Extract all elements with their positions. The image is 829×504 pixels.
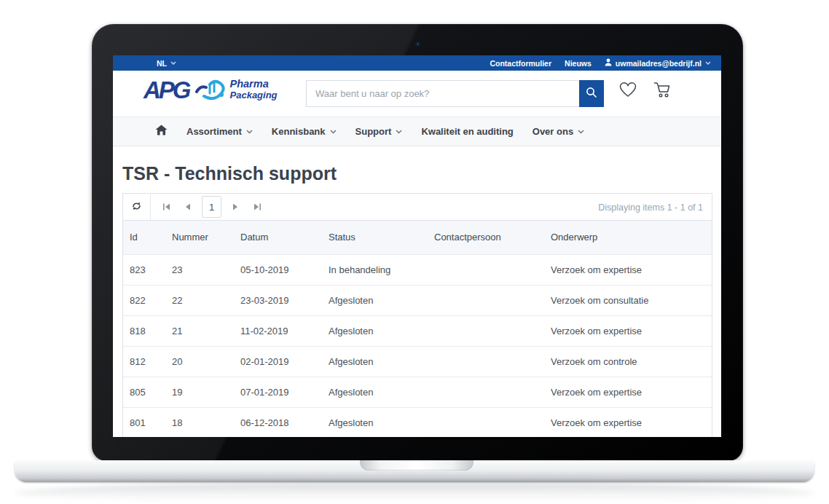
table-row[interactable]: 8222223-03-2019AfgeslotenVerzoek om cons… — [123, 285, 712, 315]
chevron-down-icon — [705, 61, 711, 65]
table-cell: 801 — [123, 407, 165, 437]
heart-icon — [619, 82, 637, 100]
nav-home[interactable] — [155, 125, 168, 138]
table-cell: Verzoek om expertise — [544, 254, 712, 285]
webcam-lens — [417, 43, 419, 45]
table-body: 8232305-10-2019In behandelingVerzoek om … — [123, 254, 712, 437]
topbar-link-contactformulier[interactable]: Contactformulier — [490, 59, 551, 68]
chevron-down-icon — [330, 130, 337, 134]
nav-item-assortiment[interactable]: Assortiment — [186, 126, 253, 137]
table-cell — [428, 377, 544, 407]
nav-item-label: Support — [355, 126, 392, 137]
table-cell: Verzoek om expertise — [544, 407, 712, 437]
laptop-reflection — [15, 483, 814, 503]
nav-item-label: Kwaliteit en auditing — [421, 126, 513, 137]
table-cell: 812 — [123, 346, 165, 377]
logo-brand-text: APG — [144, 78, 189, 102]
table-cell: Afgesloten — [322, 407, 428, 437]
language-selector[interactable]: NL — [157, 59, 176, 68]
table-cell: Verzoek om expertise — [544, 315, 712, 346]
pager-last-button[interactable] — [248, 197, 267, 217]
chevron-down-icon — [578, 130, 584, 134]
table-cell: 22 — [165, 285, 234, 315]
main-nav: Assortiment Kennisbank Support Kwaliteit… — [113, 117, 721, 146]
dna-swoosh-icon — [195, 77, 226, 103]
nav-item-label: Kennisbank — [272, 126, 326, 137]
column-header-contactpersoon[interactable]: Contactpersoon — [428, 221, 544, 254]
table-cell: 20 — [165, 346, 234, 377]
pager-first-button[interactable] — [157, 197, 176, 217]
search-input[interactable] — [306, 80, 579, 107]
table-cell: Verzoek om consultatie — [544, 285, 712, 315]
table-cell: 23-03-2019 — [234, 285, 322, 315]
grid-toolbar: 1 Displaying items 1 - 1 of 1 — [123, 194, 712, 221]
topbar-link-label: Nieuws — [565, 59, 592, 68]
column-header-nummer[interactable]: Nummer — [165, 221, 234, 254]
page-title: TSR - Technisch support — [122, 161, 712, 186]
table-cell: Verzoek om expertise — [544, 377, 712, 407]
table-row[interactable]: 8011806-12-2018AfgeslotenVerzoek om expe… — [123, 407, 712, 437]
table-cell — [428, 346, 544, 377]
table-cell: 18 — [165, 407, 234, 437]
table-cell: 822 — [123, 285, 165, 315]
table-cell: 07-01-2019 — [234, 377, 322, 407]
search-button[interactable] — [579, 80, 604, 107]
wishlist-button[interactable] — [617, 79, 639, 101]
page-content: TSR - Technisch support — [113, 161, 721, 437]
pager-current-page[interactable]: 1 — [202, 196, 221, 218]
nav-item-label: Over ons — [533, 126, 573, 137]
refresh-button[interactable] — [123, 194, 151, 221]
webcam — [415, 42, 420, 47]
pager: 1 — [157, 196, 267, 218]
nav-item-kwaliteit-en-auditing[interactable]: Kwaliteit en auditing — [421, 126, 513, 137]
site-header: APG Pharma Packaging — [113, 71, 721, 117]
nav-item-over-ons[interactable]: Over ons — [533, 126, 584, 137]
table-row[interactable]: 8051907-01-2019AfgeslotenVerzoek om expe… — [123, 377, 712, 407]
table-cell: 02-01-2019 — [234, 346, 322, 377]
nav-item-label: Assortiment — [186, 126, 242, 137]
table-cell — [428, 285, 544, 315]
language-label: NL — [157, 59, 167, 68]
table-cell: 823 — [123, 254, 165, 285]
table-row[interactable]: 8232305-10-2019In behandelingVerzoek om … — [123, 254, 712, 285]
table-row[interactable]: 8182111-02-2019AfgeslotenVerzoek om expe… — [123, 315, 712, 346]
table-header: Id Nummer Datum Status Contactpersoon On… — [123, 221, 712, 254]
support-grid: 1 Displaying items 1 - 1 of 1 — [122, 193, 712, 437]
laptop-notch — [360, 460, 474, 470]
site-logo[interactable]: APG Pharma Packaging — [144, 76, 278, 103]
logo-tagline: Pharma Packaging — [230, 79, 278, 101]
cart-button[interactable] — [651, 79, 673, 101]
table-cell — [428, 407, 544, 437]
column-header-datum[interactable]: Datum — [234, 221, 322, 254]
laptop-base — [15, 460, 814, 482]
table-cell: 06-12-2018 — [234, 407, 322, 437]
table-row[interactable]: 8122002-01-2019AfgeslotenVerzoek om cont… — [123, 346, 712, 377]
table-cell: Afgesloten — [322, 315, 428, 346]
chevron-down-icon — [170, 61, 176, 65]
table-cell: 23 — [165, 254, 234, 285]
chevron-down-icon — [396, 130, 402, 134]
refresh-icon — [131, 201, 142, 213]
account-menu[interactable]: uwmailadres@bedrijf.nl — [605, 58, 711, 68]
pager-prev-button[interactable] — [178, 197, 197, 217]
table-cell: 19 — [165, 377, 234, 407]
chevron-down-icon — [246, 130, 253, 134]
home-icon — [155, 125, 168, 138]
search-icon — [586, 87, 597, 101]
table-cell: 21 — [165, 315, 234, 346]
table-cell: In behandeling — [322, 254, 428, 285]
table-cell: Afgesloten — [322, 377, 428, 407]
search-bar — [306, 80, 604, 107]
column-header-status[interactable]: Status — [322, 221, 428, 254]
pager-next-button[interactable] — [226, 197, 245, 217]
cart-icon — [653, 81, 672, 101]
table-cell: 805 — [123, 377, 165, 407]
column-header-onderwerp[interactable]: Onderwerp — [544, 221, 712, 254]
nav-item-support[interactable]: Support — [355, 126, 403, 137]
table-cell: 05-10-2019 — [234, 254, 322, 285]
table-cell — [428, 254, 544, 285]
table-cell: Afgesloten — [322, 285, 428, 315]
column-header-id[interactable]: Id — [123, 221, 165, 254]
topbar-link-nieuws[interactable]: Nieuws — [565, 59, 592, 68]
nav-item-kennisbank[interactable]: Kennisbank — [272, 126, 337, 137]
